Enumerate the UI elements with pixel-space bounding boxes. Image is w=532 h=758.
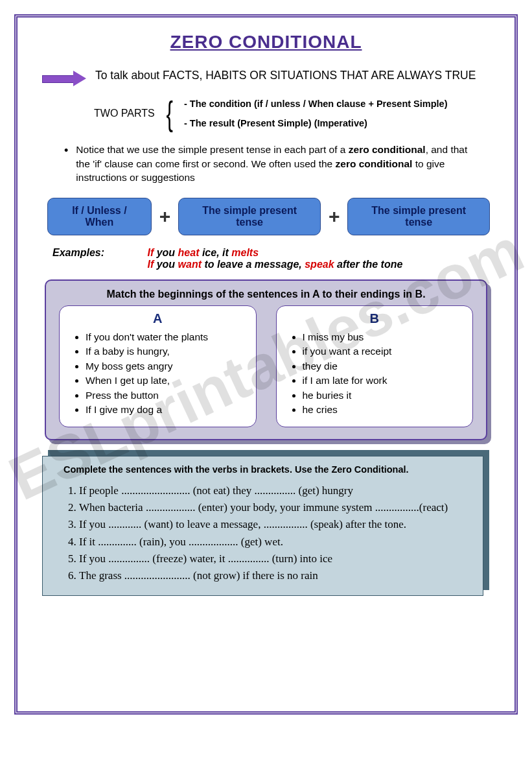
page-title: ZERO CONDITIONAL [42,32,490,53]
example-1: If you heat ice, it melts [147,247,402,259]
list-item: they die [303,359,461,373]
intro-text: To talk about FACTS, HABITS OR SITUATION… [95,68,476,84]
list-item: If I give my dog a [86,403,244,417]
column-a: A If you don't water the plants If a bab… [59,305,257,427]
examples-label: Examples: [52,247,145,259]
list-item: I miss my bus [303,330,461,344]
formula-row: If / Unless / When + The simple present … [47,198,490,235]
list-item: Press the button [86,388,244,403]
list-item: If you don't water the plants [86,330,244,344]
list-item: he cries [303,403,461,417]
list-item: My boss gets angry [86,359,244,373]
list-item: When I get up late, [86,373,244,388]
column-b: B I miss my bus if you want a receipt th… [276,305,474,427]
column-b-head: B [288,311,461,326]
list-item: The grass ........................ (not … [79,567,468,584]
two-parts-block: TWO PARTS { - The condition (if / unless… [94,94,490,134]
examples-block: Examples: If you heat ice, it melts If y… [52,247,490,270]
notice-text: Notice that we use the simple present te… [64,143,472,185]
list-item: If you ............ (want) to leave a me… [79,516,468,533]
list-item: he buries it [303,388,461,403]
list-item: If it .............. (rain), you .......… [79,534,468,551]
formula-box-1: If / Unless / When [47,198,152,235]
formula-box-2: The simple present tense [178,198,321,235]
formula-box-3: The simple present tense [347,198,490,235]
complete-title: Complete the sentences with the verbs in… [64,464,468,475]
plus-icon: + [159,206,171,228]
two-parts-label: TWO PARTS [94,108,155,119]
list-item: if you want a receipt [303,344,461,359]
match-exercise: Match the beginnings of the sentences in… [45,279,487,440]
list-item: If a baby is hungry, [86,344,244,359]
result-line: - The result (Present Simple) (Imperativ… [184,113,447,133]
list-item: When bacteria .................. (enter)… [79,499,468,516]
two-parts-lines: - The condition (if / unless / When clau… [184,94,447,134]
column-a-head: A [71,311,244,326]
list-item: If you ............... (freeze) water, i… [79,551,468,567]
match-title: Match the beginnings of the sentences in… [59,289,473,300]
condition-line: - The condition (if / unless / When clau… [184,94,447,113]
intro-row: To talk about FACTS, HABITS OR SITUATION… [42,68,490,85]
list-item: if I am late for work [303,373,461,388]
list-item: If people ......................... (not… [79,482,468,499]
example-2: If you want to leave a message, speak af… [147,259,402,270]
arrow-icon [42,72,87,85]
brace-icon: { [166,99,172,129]
plus-icon: + [329,206,340,228]
complete-exercise: Complete the sentences with the verbs in… [42,456,483,596]
worksheet-frame: ESLprintables.com ZERO CONDITIONAL To ta… [14,14,518,715]
